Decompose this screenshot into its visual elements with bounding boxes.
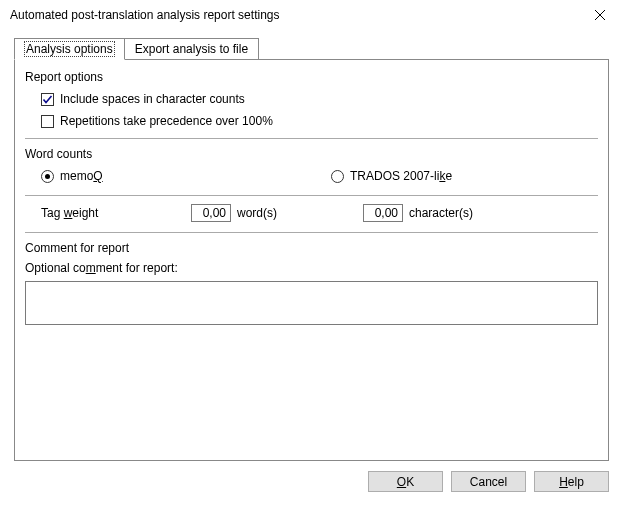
checkbox-row-repetitions[interactable]: Repetitions take precedence over 100% [25,112,598,134]
group-comment: Comment for report Optional comment for … [25,239,598,328]
button-bar: OK Cancel Help [0,461,623,506]
tag-weight-words-input[interactable] [191,204,231,222]
tab-label: Export analysis to file [135,42,248,56]
help-button[interactable]: Help [534,471,609,492]
tab-label: Analysis options [25,42,114,56]
tag-weight-row: Tag weight word(s) character(s) [25,202,598,228]
ok-button[interactable]: OK [368,471,443,492]
dialog-window: Automated post-translation analysis repo… [0,0,623,506]
content-area: Analysis options Export analysis to file… [0,30,623,461]
radio-label: memoQ [60,169,103,183]
separator [25,195,598,196]
chars-unit: character(s) [409,206,473,220]
tab-strip: Analysis options Export analysis to file [14,38,609,59]
words-unit: word(s) [237,206,277,220]
checkmark-icon [42,94,53,105]
checkbox-include-spaces[interactable] [41,93,54,106]
checkbox-row-include-spaces[interactable]: Include spaces in character counts [25,90,598,112]
checkbox-label: Include spaces in character counts [60,92,245,106]
tab-panel: Report options Include spaces in charact… [14,59,609,461]
tag-weight-chars-input[interactable] [363,204,403,222]
tab-analysis-options[interactable]: Analysis options [14,38,125,60]
radio-row: memoQ TRADOS 2007-like [25,167,598,191]
radio-memoq[interactable]: memoQ [41,169,331,183]
radio-button[interactable] [41,170,54,183]
tab-export-analysis[interactable]: Export analysis to file [125,38,259,59]
separator [25,232,598,233]
separator [25,138,598,139]
group-report-options: Report options Include spaces in charact… [25,68,598,139]
tag-weight-label: Tag weight [41,206,191,220]
group-word-counts: Word counts memoQ TRADOS 2007-like Tag w… [25,145,598,233]
radio-trados[interactable]: TRADOS 2007-like [331,169,452,183]
radio-button[interactable] [331,170,344,183]
window-title: Automated post-translation analysis repo… [10,8,585,22]
checkbox-repetitions[interactable] [41,115,54,128]
comment-label: Optional comment for report: [25,261,598,275]
comment-textarea[interactable] [25,281,598,325]
group-legend: Report options [25,68,598,90]
close-button[interactable] [585,3,615,27]
checkbox-label: Repetitions take precedence over 100% [60,114,273,128]
cancel-button[interactable]: Cancel [451,471,526,492]
radio-label: TRADOS 2007-like [350,169,452,183]
titlebar: Automated post-translation analysis repo… [0,0,623,30]
group-legend: Comment for report [25,239,598,261]
close-icon [595,10,605,20]
group-legend: Word counts [25,145,598,167]
